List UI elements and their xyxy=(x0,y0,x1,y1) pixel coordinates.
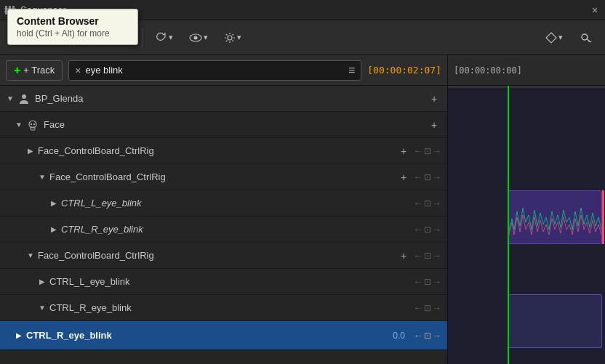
clip-border-right xyxy=(602,190,604,244)
expand-icon[interactable]: ▼ xyxy=(6,94,15,103)
track-actions: + ← ⊡ → xyxy=(396,144,441,158)
timeline-start-timecode: [00:00:00:00] xyxy=(454,65,522,76)
track-row[interactable]: ▶ CTRL_L_eye_blink ← ⊡ → xyxy=(0,269,447,295)
track-row[interactable]: ▼ Face_ControlBoard_CtrlRig + ← ⊡ → xyxy=(0,164,447,190)
track-actions: + ← ⊡ → xyxy=(396,248,441,263)
add-track-label: + Track xyxy=(23,65,55,76)
track-nav: ← ⊡ → xyxy=(414,331,441,341)
tooltip-popup: Content Browser hold (Ctrl + Alt) for mo… xyxy=(7,9,138,45)
track-nav: ← ⊡ → xyxy=(414,277,441,287)
track-list: ▼ BP_Glenda + ▼ Face + ▶ F xyxy=(0,86,447,364)
track-row[interactable]: ▼ CTRL_R_eye_blink ← ⊡ → xyxy=(0,295,447,321)
track-row[interactable]: ▶ CTRL_R_eye_blink ← ⊡ → xyxy=(0,217,447,243)
svg-point-19 xyxy=(228,36,232,40)
track-actions: 0.0 ← ⊡ → xyxy=(388,331,441,341)
track-actions: + xyxy=(427,118,441,132)
track-value: 0.0 xyxy=(388,331,405,341)
track-add-button[interactable]: + xyxy=(396,170,411,185)
track-name-ctrl-r-eye-1: CTRL_R_eye_blink xyxy=(61,224,414,235)
track-nav: ← ⊡ → xyxy=(414,198,441,209)
track-nav: ← ⊡ → xyxy=(414,303,441,313)
track-add-button[interactable]: + xyxy=(396,248,411,263)
track-actions: ← ⊡ → xyxy=(414,303,441,313)
svg-line-25 xyxy=(233,40,234,41)
track-add-button[interactable]: + xyxy=(427,92,441,106)
tooltip-title: Content Browser xyxy=(17,15,129,27)
expand-icon[interactable]: ▶ xyxy=(38,278,47,286)
track-add-button[interactable]: + xyxy=(427,118,441,132)
track-name-ctrl-2: Face_ControlBoard_CtrlRig xyxy=(49,171,396,182)
timecode-display: [00:00:02:07] xyxy=(367,65,441,76)
playhead-line xyxy=(508,86,509,364)
track-actions: + xyxy=(427,92,441,106)
svg-line-26 xyxy=(233,34,234,36)
timeline-tick-area xyxy=(448,86,605,88)
expand-icon[interactable]: ▼ xyxy=(15,121,23,129)
filter-icon[interactable]: ≡ xyxy=(348,64,355,77)
track-actions: ← ⊡ → xyxy=(414,225,441,235)
track-name-ctrl-r-eye-blink-selected: CTRL_R_eye_blink xyxy=(26,330,388,341)
timeline-area xyxy=(447,86,605,364)
timeline-header: [00:00:00:00] xyxy=(447,55,605,86)
track-add-button[interactable]: + xyxy=(396,144,411,158)
plus-icon: + xyxy=(14,64,20,77)
expand-icon[interactable]: ▶ xyxy=(15,331,23,340)
timeline-clip-1[interactable] xyxy=(508,190,602,244)
track-actions: ← ⊡ → xyxy=(414,277,441,287)
wrench-dropdown[interactable]: ▾ xyxy=(150,29,179,46)
track-actions: + ← ⊡ → xyxy=(396,170,441,185)
expand-icon[interactable]: ▼ xyxy=(38,304,47,312)
close-button[interactable]: × xyxy=(585,0,605,20)
track-row[interactable]: ▶ Face_ControlBoard_CtrlRig + ← ⊡ → xyxy=(0,138,447,164)
svg-point-32 xyxy=(22,94,26,99)
add-track-button[interactable]: + + Track xyxy=(6,60,63,81)
track-row-selected[interactable]: ▶ CTRL_R_eye_blink 0.0 ← ⊡ → xyxy=(0,321,447,350)
track-row[interactable]: ▼ BP_Glenda + xyxy=(0,86,447,112)
track-name-ctrl-r-eye-2: CTRL_R_eye_blink xyxy=(49,302,414,313)
search-clear-button[interactable]: × xyxy=(75,65,81,76)
track-name-ctrl-3: Face_ControlBoard_CtrlRig xyxy=(38,250,396,261)
track-name-ctrl-l-eye-1: CTRL_L_eye_blink xyxy=(61,198,414,209)
svg-point-36 xyxy=(33,123,35,124)
expand-icon[interactable]: ▶ xyxy=(49,225,58,234)
svg-point-35 xyxy=(31,123,32,124)
timeline-clip-2[interactable] xyxy=(508,294,602,348)
search-input[interactable] xyxy=(86,65,344,76)
track-row[interactable]: ▼ Face_ControlBoard_CtrlRig + ← ⊡ → xyxy=(0,243,447,269)
expand-icon[interactable]: ▶ xyxy=(49,199,58,208)
track-name-ctrl-1: Face_ControlBoard_CtrlRig xyxy=(38,145,396,156)
eye-dropdown[interactable]: ▾ xyxy=(183,30,214,45)
expand-icon[interactable]: ▼ xyxy=(26,251,35,260)
track-row[interactable]: ▼ Face + xyxy=(0,112,447,138)
svg-line-24 xyxy=(226,34,228,36)
key-button[interactable] xyxy=(573,25,599,51)
track-nav: ← ⊡ → xyxy=(414,225,441,235)
search-box: × ≡ xyxy=(68,60,361,81)
svg-line-27 xyxy=(226,40,228,41)
track-nav: ← ⊡ → xyxy=(414,172,441,182)
sun-dropdown[interactable]: ▾ xyxy=(218,29,247,46)
track-name-ctrl-l-eye-2: CTRL_L_eye_blink xyxy=(49,276,414,287)
expand-icon[interactable]: ▶ xyxy=(26,147,35,155)
track-nav: ← ⊡ → xyxy=(414,146,441,156)
tooltip-subtitle: hold (Ctrl + Alt) for more xyxy=(17,28,129,39)
diamond-dropdown[interactable]: ▾ xyxy=(540,29,569,46)
track-actions: ← ⊡ → xyxy=(414,198,441,209)
track-name-bp-glenda: BP_Glenda xyxy=(35,93,427,104)
person-icon xyxy=(17,92,31,105)
skull-icon xyxy=(26,118,39,132)
svg-marker-28 xyxy=(546,33,556,43)
svg-point-18 xyxy=(194,36,198,39)
track-name-face: Face xyxy=(44,119,427,130)
svg-point-29 xyxy=(582,34,588,40)
toolbar-separator-2 xyxy=(142,28,143,48)
track-row[interactable]: ▶ CTRL_L_eye_blink ← ⊡ → xyxy=(0,190,447,217)
track-nav: ← ⊡ → xyxy=(414,251,441,261)
track-bar: + + Track × ≡ [00:00:02:07] xyxy=(0,55,447,86)
expand-icon[interactable]: ▼ xyxy=(38,173,47,182)
